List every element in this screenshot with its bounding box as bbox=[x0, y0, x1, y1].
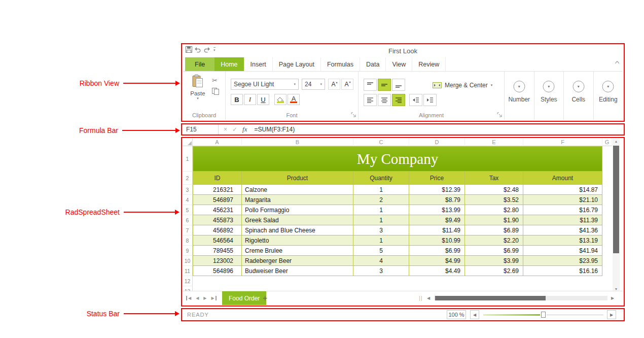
data-cell[interactable]: $4.99 bbox=[409, 256, 465, 266]
row-header-5[interactable]: 5 bbox=[183, 205, 193, 215]
first-sheet-icon[interactable]: ◀ bbox=[186, 296, 191, 300]
data-cell[interactable]: Margarita bbox=[242, 195, 353, 205]
column-header-b[interactable]: B bbox=[242, 139, 353, 146]
data-cell[interactable]: $3.99 bbox=[465, 256, 523, 266]
data-cell[interactable]: 1 bbox=[353, 215, 409, 225]
collapsed-group-dropdown-icon[interactable]: ▾ bbox=[573, 81, 584, 92]
scroll-left-icon[interactable]: ◀ bbox=[427, 296, 430, 300]
bold-button[interactable]: B bbox=[231, 94, 243, 105]
header-cell-id[interactable]: ID bbox=[193, 172, 242, 185]
row-header-9[interactable]: 9 bbox=[183, 246, 193, 256]
row-header-1[interactable]: 1 bbox=[183, 146, 193, 172]
next-sheet-icon[interactable]: ▶ bbox=[203, 296, 206, 300]
fill-color-button[interactable] bbox=[274, 94, 287, 105]
data-cell[interactable]: 546564 bbox=[193, 235, 242, 246]
row-header-12[interactable]: 12 bbox=[183, 276, 193, 286]
data-cell[interactable]: $3.52 bbox=[465, 195, 523, 205]
decrease-indent-button[interactable] bbox=[409, 94, 422, 106]
scroll-right-icon[interactable]: ▶ bbox=[611, 296, 614, 300]
company-title-cell[interactable]: My Company bbox=[193, 146, 602, 172]
data-cell[interactable]: $23.95 bbox=[523, 256, 602, 266]
data-cell[interactable]: $16.79 bbox=[523, 205, 602, 215]
header-cell-price[interactable]: Price bbox=[409, 172, 465, 185]
data-cell[interactable]: 3 bbox=[353, 266, 409, 276]
collapsed-group-dropdown-icon[interactable]: ▾ bbox=[543, 81, 555, 92]
insert-function-icon[interactable]: fx bbox=[242, 125, 247, 133]
horizontal-scrollbar[interactable] bbox=[434, 296, 607, 300]
data-cell[interactable]: $21.10 bbox=[523, 195, 602, 205]
data-cell[interactable]: 456231 bbox=[193, 205, 242, 215]
collapsed-group-dropdown-icon[interactable]: ▾ bbox=[602, 81, 614, 92]
data-cell[interactable]: Rigoletto bbox=[242, 235, 353, 246]
font-dialog-launcher-icon[interactable] bbox=[351, 112, 356, 117]
data-cell[interactable]: $9.49 bbox=[409, 215, 465, 225]
row-header-11[interactable]: 11 bbox=[183, 266, 193, 276]
column-header-a[interactable]: A bbox=[193, 139, 242, 146]
data-cell[interactable]: $11.39 bbox=[523, 215, 602, 225]
align-center-button[interactable] bbox=[378, 94, 391, 106]
data-cell[interactable]: $2.80 bbox=[465, 205, 523, 215]
data-cell[interactable]: $14.87 bbox=[523, 185, 602, 195]
data-cell[interactable]: 4 bbox=[353, 256, 409, 266]
tab-home[interactable]: Home bbox=[214, 57, 244, 71]
data-cell[interactable]: 1 bbox=[353, 205, 409, 215]
tab-formulas[interactable]: Formulas bbox=[321, 57, 360, 71]
splitter-grip-icon[interactable]: || bbox=[419, 295, 423, 301]
data-cell[interactable]: Creme Brulee bbox=[242, 246, 353, 256]
data-cell[interactable]: $6.99 bbox=[465, 246, 523, 256]
merge-center-button[interactable]: Merge & Center ▾ bbox=[433, 80, 492, 91]
scroll-down-icon[interactable]: ▼ bbox=[613, 287, 620, 291]
data-cell[interactable]: Budweiser Beer bbox=[242, 266, 353, 276]
collapse-ribbon-icon[interactable]: ^ bbox=[615, 59, 620, 67]
data-cell[interactable]: 546897 bbox=[193, 195, 242, 205]
data-cell[interactable]: $2.20 bbox=[465, 235, 523, 246]
data-cell[interactable]: 3 bbox=[353, 225, 409, 235]
scroll-up-icon[interactable]: ▲ bbox=[613, 140, 620, 143]
column-header-c[interactable]: C bbox=[353, 139, 409, 146]
data-cell[interactable]: $13.19 bbox=[523, 235, 602, 246]
tab-page-layout[interactable]: Page Layout bbox=[273, 57, 321, 71]
align-left-button[interactable] bbox=[364, 94, 377, 106]
header-cell-product[interactable]: Product bbox=[242, 172, 353, 185]
row-header-6[interactable]: 6 bbox=[183, 215, 193, 225]
data-cell[interactable]: 5 bbox=[353, 246, 409, 256]
paste-button[interactable]: Paste ▾ bbox=[188, 75, 208, 100]
tab-view[interactable]: View bbox=[386, 57, 412, 71]
tab-data[interactable]: Data bbox=[360, 57, 386, 71]
zoom-slider-track-filled[interactable] bbox=[483, 314, 540, 316]
data-cell[interactable]: 123002 bbox=[193, 256, 242, 266]
row-header-10[interactable]: 10 bbox=[183, 256, 193, 266]
data-cell[interactable]: 564896 bbox=[193, 266, 242, 276]
data-cell[interactable]: $1.90 bbox=[465, 215, 523, 225]
enter-entry-icon[interactable]: ✓ bbox=[232, 126, 237, 133]
alignment-dialog-launcher-icon[interactable] bbox=[497, 112, 502, 117]
row-header-3[interactable]: 3 bbox=[183, 185, 193, 195]
cancel-entry-icon[interactable]: × bbox=[224, 126, 227, 133]
add-sheet-button[interactable]: + bbox=[263, 291, 267, 305]
data-cell[interactable]: $8.79 bbox=[409, 195, 465, 205]
data-cell[interactable]: 1 bbox=[353, 185, 409, 195]
row-header-2[interactable]: 2 bbox=[183, 172, 193, 185]
italic-button[interactable]: I bbox=[244, 94, 256, 105]
data-cell[interactable]: $6.99 bbox=[409, 246, 465, 256]
grow-font-button[interactable]: A▴ bbox=[328, 79, 340, 90]
zoom-out-button[interactable]: ◀ bbox=[470, 310, 479, 319]
horizontal-scroll-thumb[interactable] bbox=[435, 296, 546, 300]
formula-input[interactable]: =SUM(F3:F14) bbox=[254, 126, 295, 133]
column-header-g[interactable]: G bbox=[602, 139, 612, 146]
data-cell[interactable]: 1 bbox=[353, 235, 409, 246]
align-middle-button[interactable] bbox=[378, 79, 391, 91]
cut-icon[interactable]: ✂ bbox=[212, 77, 218, 84]
column-header-e[interactable]: E bbox=[465, 139, 523, 146]
data-cell[interactable]: 455873 bbox=[193, 215, 242, 225]
data-cell[interactable]: $10.99 bbox=[409, 235, 465, 246]
header-cell-amount[interactable]: Amount bbox=[523, 172, 602, 185]
align-top-button[interactable] bbox=[364, 79, 377, 91]
data-cell[interactable]: Pollo Formaggio bbox=[242, 205, 353, 215]
row-header-4[interactable]: 4 bbox=[183, 195, 193, 205]
data-cell[interactable]: 789455 bbox=[193, 246, 242, 256]
increase-indent-button[interactable] bbox=[423, 94, 437, 106]
header-cell-quantity[interactable]: Quantity bbox=[353, 172, 409, 185]
sheet-tab-food-order[interactable]: Food Order bbox=[222, 291, 266, 305]
data-cell[interactable]: $2.48 bbox=[465, 185, 523, 195]
